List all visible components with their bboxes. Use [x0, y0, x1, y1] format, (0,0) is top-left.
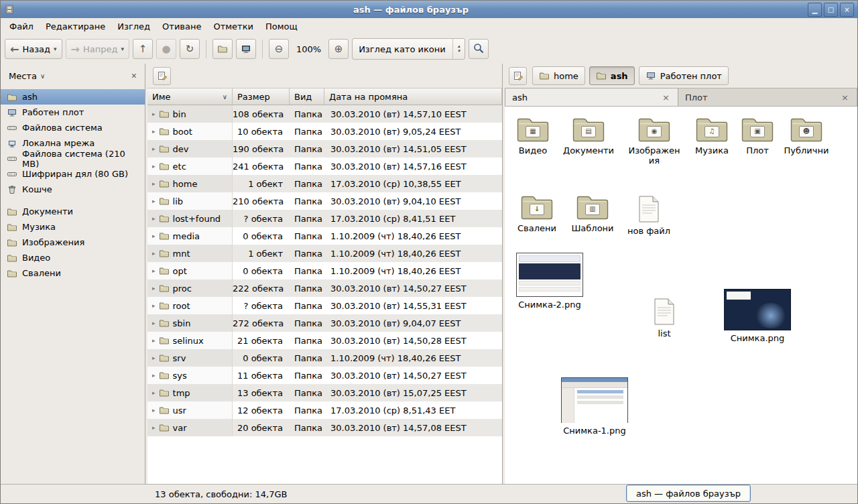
menu-item[interactable]: Отиване	[156, 19, 207, 34]
sidebar-item[interactable]: ash	[1, 89, 145, 105]
column-header[interactable]: Име∨	[147, 88, 233, 105]
table-row[interactable]: ▸mnt1 обектПапка1.10.2009 (чт) 18,40,26 …	[147, 245, 502, 262]
tab-close-icon[interactable]: ×	[840, 92, 850, 103]
tab[interactable]: ash×	[505, 88, 678, 106]
column-header[interactable]: Вид	[290, 88, 324, 105]
expander-icon[interactable]: ▸	[152, 145, 156, 152]
forward-button[interactable]: → Напред ▾	[66, 39, 129, 59]
sidebar-item[interactable]: Документи	[1, 204, 145, 219]
table-row[interactable]: ▸etc241 обектаПапка30.03.2010 (вт) 14,57…	[147, 158, 502, 175]
sidebar-close-button[interactable]: ×	[129, 70, 139, 81]
sidebar-item[interactable]: Свалени	[1, 265, 145, 281]
expander-icon[interactable]: ▸	[152, 111, 156, 117]
sidebar-item[interactable]: Шифриран дял (80 GB)	[1, 166, 145, 182]
menu-item[interactable]: Помощ	[259, 19, 304, 34]
places-selector[interactable]: Места ∨	[6, 70, 48, 82]
expander-icon[interactable]: ▸	[152, 180, 156, 187]
back-history-chevron-icon[interactable]: ▾	[54, 46, 57, 52]
icon-item[interactable]: ↓Свалени	[509, 194, 565, 233]
tab[interactable]: Плот×	[678, 88, 857, 106]
table-row[interactable]: ▸bin108 обектаПапка30.03.2010 (вт) 14,57…	[147, 105, 502, 123]
icon-item[interactable]: ▤Документи	[560, 116, 617, 155]
sidebar-item[interactable]: Изображения	[1, 235, 145, 250]
toggle-location-entry-button[interactable]	[509, 67, 527, 85]
table-row[interactable]: ▸srv0 обектаПапка1.10.2009 (чт) 18,40,26…	[147, 349, 502, 367]
icon-item[interactable]: Снимка.png	[723, 289, 792, 343]
table-row[interactable]: ▸media0 обектаПапка1.10.2009 (чт) 18,40,…	[147, 227, 502, 245]
minimize-button[interactable]: ▁	[808, 3, 822, 17]
tab-close-icon[interactable]: ×	[661, 92, 671, 103]
zoom-in-button[interactable]: ⊕	[328, 39, 349, 59]
icon-item[interactable]: Снимка-1.png	[560, 377, 629, 436]
menu-item[interactable]: Отметки	[207, 19, 259, 34]
table-row[interactable]: ▸usr12 обектаПапка17.03.2010 (ср) 8,51,4…	[147, 401, 502, 419]
expander-icon[interactable]: ▸	[152, 337, 156, 344]
search-button[interactable]	[469, 39, 489, 59]
table-row[interactable]: ▸boot10 обектаПапка30.03.2010 (вт) 9,05,…	[147, 123, 502, 140]
expander-icon[interactable]: ▸	[152, 389, 156, 396]
reload-button[interactable]: ↻	[180, 39, 200, 59]
path-button[interactable]: home	[532, 66, 585, 85]
path-button[interactable]: ash	[589, 66, 635, 85]
back-button[interactable]: ← Назад ▾	[5, 39, 62, 59]
icon-item[interactable]: ☻Публични	[778, 116, 835, 155]
expander-icon[interactable]: ▸	[152, 320, 156, 326]
icon-item[interactable]: ▦Видео	[505, 116, 561, 155]
sidebar-item[interactable]: Работен плот	[1, 105, 145, 120]
sidebar-item[interactable]: Кошче	[1, 182, 145, 197]
sidebar-item[interactable]: Музика	[1, 219, 145, 235]
sidebar-item[interactable]: Файлова система	[1, 120, 145, 135]
toggle-location-entry-button[interactable]	[153, 67, 171, 85]
icon-item[interactable]: list	[636, 298, 692, 338]
icon-item[interactable]: ▣Плот	[729, 116, 786, 155]
table-row[interactable]: ▸dev190 обектаПапка30.03.2010 (вт) 14,51…	[147, 140, 502, 158]
icon-view[interactable]: ▦Видео▤Документи◉Изображения♫Музика▣Плот…	[505, 107, 857, 485]
column-header[interactable]: Дата на промяна	[324, 88, 502, 105]
expander-icon[interactable]: ▸	[152, 372, 156, 379]
icon-item[interactable]: нов файл	[621, 195, 677, 236]
menu-item[interactable]: Файл	[3, 19, 40, 34]
table-row[interactable]: ▸var20 обектаПапка30.03.2010 (вт) 14,57,…	[147, 419, 502, 436]
taskbar-window-button[interactable]: ash — файлов браузър	[626, 485, 751, 502]
menu-item[interactable]: Изглед	[111, 19, 156, 34]
combo-spinner-icon[interactable]: ▴▾	[452, 39, 465, 59]
view-mode-select[interactable]: Изглед като икони ▴▾	[352, 38, 465, 60]
table-row[interactable]: ▸opt0 обектаПапка1.10.2009 (чт) 18,40,26…	[147, 262, 502, 279]
home-button[interactable]	[212, 39, 233, 59]
expander-icon[interactable]: ▸	[152, 267, 156, 274]
table-row[interactable]: ▸tmp13 обектаПапка30.03.2010 (вт) 15,07,…	[147, 384, 502, 401]
expander-icon[interactable]: ▸	[152, 163, 156, 170]
table-row[interactable]: ▸sys11 обектаПапка30.03.2010 (вт) 14,50,…	[147, 367, 502, 384]
expander-icon[interactable]: ▸	[152, 285, 156, 292]
stop-button[interactable]: ●	[156, 39, 176, 59]
sidebar-item[interactable]: Файлова система (210 MB)	[1, 151, 145, 166]
maximize-button[interactable]: □	[824, 3, 838, 17]
close-button[interactable]: ×	[840, 3, 854, 17]
icon-item[interactable]: ▥Шаблони	[564, 194, 621, 233]
expander-icon[interactable]: ▸	[152, 198, 156, 204]
icon-item[interactable]: Снимка-2.png	[515, 253, 585, 310]
expander-icon[interactable]: ▸	[152, 128, 156, 135]
expander-icon[interactable]: ▸	[152, 250, 156, 257]
titlebar[interactable]: ash — файлов браузър ▁□×	[1, 1, 857, 18]
table-row[interactable]: ▸proc222 обектаПапка30.03.2010 (вт) 14,5…	[147, 279, 502, 297]
expander-icon[interactable]: ▸	[152, 355, 156, 361]
expander-icon[interactable]: ▸	[152, 407, 156, 414]
table-row[interactable]: ▸lib210 обектаПапка30.03.2010 (вт) 9,04,…	[147, 192, 502, 210]
table-row[interactable]: ▸lost+found? обектаПапка17.03.2010 (ср) …	[147, 210, 502, 227]
table-row[interactable]: ▸root? обектаПапка30.03.2010 (вт) 14,55,…	[147, 297, 502, 314]
computer-button[interactable]	[236, 39, 256, 59]
expander-icon[interactable]: ▸	[152, 215, 156, 222]
expander-icon[interactable]: ▸	[152, 302, 156, 309]
path-button[interactable]: Работен плот	[639, 66, 729, 85]
sidebar-item[interactable]: Видео	[1, 250, 145, 265]
expander-icon[interactable]: ▸	[152, 233, 156, 239]
zoom-out-button[interactable]: ⊖	[269, 39, 289, 59]
expander-icon[interactable]: ▸	[152, 424, 156, 431]
icon-item[interactable]: ◉Изображения	[626, 116, 682, 166]
up-button[interactable]: ↑	[133, 39, 153, 59]
table-row[interactable]: ▸sbin272 обектаПапка30.03.2010 (вт) 9,04…	[147, 314, 502, 332]
table-row[interactable]: ▸home1 обектПапка17.03.2010 (ср) 10,38,5…	[147, 175, 502, 192]
table-row[interactable]: ▸selinux21 обектаПапка30.03.2010 (вт) 14…	[147, 332, 502, 349]
column-header[interactable]: Размер	[233, 88, 290, 105]
